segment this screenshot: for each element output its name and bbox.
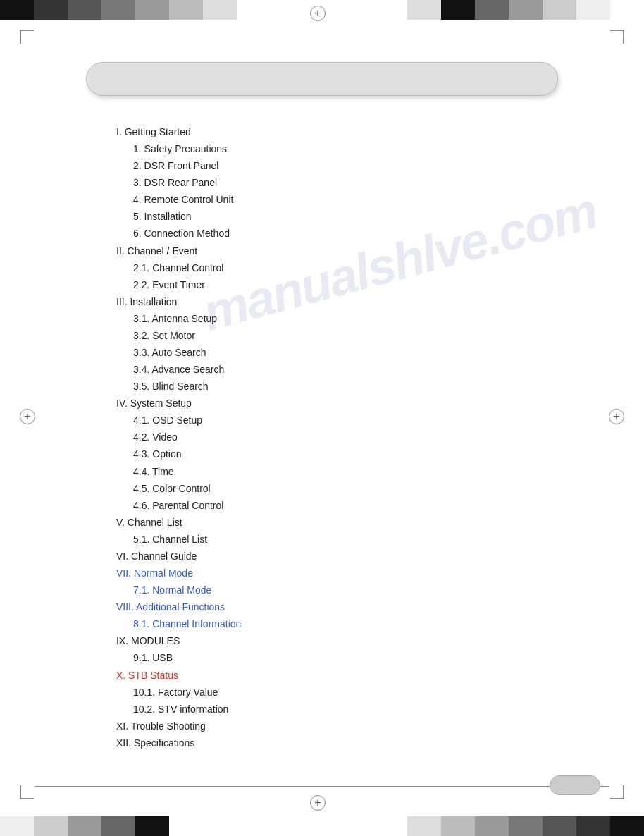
color-block-3 — [68, 0, 101, 20]
toc-item: I. Getting Started — [116, 123, 525, 140]
color-block-6 — [169, 0, 203, 20]
toc-item: 3.5. Blind Search — [116, 378, 525, 395]
toc-item: 4.6. Parental Control — [116, 497, 525, 514]
bottom-color-bar — [0, 816, 644, 836]
toc-text: 10.2. STV information — [133, 703, 228, 715]
bottom-color-block-4 — [101, 816, 135, 836]
color-block-12 — [509, 0, 543, 20]
toc-text: 1. Safety Precautions — [133, 143, 227, 154]
bottom-color-block-3 — [68, 816, 101, 836]
toc-item: IV. System Setup — [116, 395, 525, 412]
reg-mark-bottom — [310, 795, 326, 811]
toc-text: 2.2. Event Timer — [133, 279, 205, 290]
toc-item: 9.1. USB — [116, 649, 525, 666]
bottom-color-block-14 — [610, 816, 644, 836]
bottom-color-block-6 — [169, 816, 373, 836]
toc-text: 6. Connection Method — [133, 228, 230, 239]
toc-item: 8.1. Channel Information — [116, 615, 525, 632]
bottom-color-block-2 — [34, 816, 68, 836]
toc-item: 3.1. Antenna Setup — [116, 310, 525, 327]
toc-item: XI. Trouble Shooting — [116, 718, 525, 734]
toc-text: 4.4. Time — [133, 466, 174, 477]
toc-item: 3.4. Advance Search — [116, 361, 525, 378]
bottom-color-block-11 — [509, 816, 543, 836]
toc-text: VII. Normal Mode — [116, 567, 193, 579]
toc-item: 4.2. Video — [116, 429, 525, 445]
bottom-color-block-9 — [441, 816, 475, 836]
toc-text: 4.3. Option — [133, 448, 182, 460]
page-number-box — [550, 775, 600, 795]
toc-item: 4.4. Time — [116, 463, 525, 480]
toc-text: XII. Specifications — [116, 737, 194, 749]
color-block-15 — [610, 0, 644, 20]
bottom-color-block-12 — [543, 816, 576, 836]
toc-text: 3.4. Advance Search — [133, 364, 224, 375]
toc-item: 6. Connection Method — [116, 225, 525, 242]
toc-item: IX. MODULES — [116, 632, 525, 649]
toc-item: 3.2. Set Motor — [116, 327, 525, 344]
toc-text: 4.2. Video — [133, 431, 178, 443]
toc-text: 2.1. Channel Control — [133, 262, 223, 273]
toc-text: 3.2. Set Motor — [133, 330, 195, 341]
color-block-10 — [441, 0, 475, 20]
toc-text: I. Getting Started — [116, 126, 191, 137]
toc-text: 5. Installation — [133, 211, 192, 222]
toc-text: X. STB Status — [116, 670, 178, 681]
toc-text: 3.3. Auto Search — [133, 347, 206, 358]
bottom-color-block-1 — [0, 816, 34, 836]
corner-br — [610, 785, 624, 799]
toc-text: IV. System Setup — [116, 398, 192, 409]
toc-item: V. Channel List — [116, 514, 525, 531]
toc-item: 10.2. STV information — [116, 701, 525, 718]
color-block-13 — [543, 0, 576, 20]
toc-text: 3.1. Antenna Setup — [133, 313, 217, 324]
color-block-7 — [203, 0, 237, 20]
color-block-4 — [101, 0, 135, 20]
toc-text: 4.6. Parental Control — [133, 500, 223, 511]
toc-item: X. STB Status — [116, 667, 525, 684]
table-of-contents: I. Getting Started 1. Safety Precautions… — [116, 123, 525, 751]
corner-bl — [20, 785, 34, 799]
toc-text: VI. Channel Guide — [116, 551, 197, 562]
toc-item: VIII. Additional Functions — [116, 598, 525, 615]
toc-item: III. Installation — [116, 293, 525, 310]
toc-text: 7.1. Normal Mode — [133, 584, 211, 596]
toc-item: 2.2. Event Timer — [116, 276, 525, 293]
toc-item: 3.3. Auto Search — [116, 344, 525, 361]
color-block-2 — [34, 0, 68, 20]
color-block-11 — [475, 0, 509, 20]
toc-item: XII. Specifications — [116, 734, 525, 751]
reg-mark-mid-left — [20, 409, 35, 424]
corner-tr — [610, 30, 624, 44]
toc-text: VIII. Additional Functions — [116, 601, 225, 613]
toc-item: 10.1. Factory Value — [116, 684, 525, 701]
toc-text: IX. MODULES — [116, 635, 180, 646]
toc-text: 8.1. Channel Information — [133, 618, 241, 629]
bottom-color-block-8 — [407, 816, 441, 836]
toc-item: 4.1. OSD Setup — [116, 412, 525, 429]
toc-item: II. Channel / Event — [116, 242, 525, 259]
toc-text: III. Installation — [116, 296, 177, 307]
bottom-color-block-7 — [373, 816, 407, 836]
toc-text: 4.1. OSD Setup — [133, 414, 202, 426]
toc-text: 5.1. Channel List — [133, 534, 207, 545]
toc-item: 3. DSR Rear Panel — [116, 174, 525, 191]
toc-text: 10.1. Factory Value — [133, 687, 218, 698]
reg-mark-mid-right — [609, 409, 624, 424]
bottom-color-block-5 — [135, 816, 169, 836]
toc-text: V. Channel List — [116, 517, 182, 528]
toc-text: 3. DSR Rear Panel — [133, 177, 217, 188]
color-block-5 — [135, 0, 169, 20]
toc-text: II. Channel / Event — [116, 245, 197, 257]
toc-text: 2. DSR Front Panel — [133, 160, 218, 171]
toc-item: 1. Safety Precautions — [116, 140, 525, 157]
toc-item: VI. Channel Guide — [116, 548, 525, 565]
toc-item: 5.1. Channel List — [116, 531, 525, 548]
title-bar — [86, 62, 558, 96]
color-block-14 — [576, 0, 610, 20]
bottom-color-block-10 — [475, 816, 509, 836]
color-block-1 — [0, 0, 34, 20]
corner-tl — [20, 30, 34, 44]
toc-item: 4. Remote Control Unit — [116, 191, 525, 208]
toc-text: 4. Remote Control Unit — [133, 194, 233, 205]
